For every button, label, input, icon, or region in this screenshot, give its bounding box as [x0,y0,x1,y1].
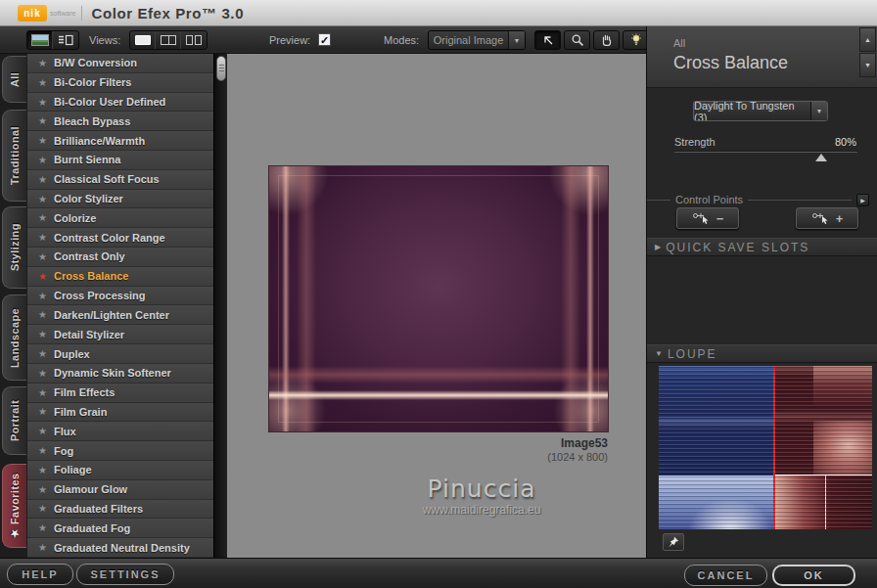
filter-list-item[interactable]: ★ Cross Processing [27,287,213,306]
help-button[interactable]: HELP [7,564,73,585]
modes-dropdown[interactable]: Original Image ▼ [428,30,526,50]
chevron-down-icon[interactable]: ▼ [810,102,827,120]
panel-scroll-down-button[interactable]: ▼ [859,53,876,77]
select-arrow-tool-button[interactable] [534,30,561,50]
favorite-star-icon[interactable]: ★ [38,426,54,436]
favorite-star-icon[interactable]: ★ [38,155,54,165]
favorite-star-icon[interactable]: ★ [38,135,54,146]
filter-list-item[interactable]: ★ Foliage [27,461,213,480]
category-tab[interactable]: ★ All [2,56,26,103]
panel-category-label: All [673,37,685,49]
filter-list-item[interactable]: ★ Duplex [27,344,213,364]
favorite-star-icon[interactable]: ★ [38,503,54,514]
favorite-star-icon[interactable]: ★ [38,309,54,320]
favorite-star-icon[interactable]: ★ [38,77,54,88]
cancel-button[interactable]: CANCEL [684,565,767,586]
filter-list-item[interactable]: ★ Dynamic Skin Softener [27,364,213,384]
loupe-pin-button[interactable] [663,533,684,551]
preview-checkbox[interactable]: ✓ [318,33,331,46]
favorite-star-icon[interactable]: ★ [38,115,54,126]
filter-list-item[interactable]: ★ Detail Stylizer [27,325,213,344]
favorite-star-icon[interactable]: ★ [38,368,54,379]
filter-list-item[interactable]: ★ Brilliance/Warmth [27,131,213,151]
filter-label: Cross Processing [54,290,146,301]
filter-list-item[interactable]: ★ Bleach Bypass [27,112,213,131]
preset-dropdown[interactable]: Daylight To Tungsten (3) ▼ [693,101,828,121]
favorite-star-icon[interactable]: ★ [38,522,54,533]
filter-list-item[interactable]: ★ Colorize [27,208,213,228]
quick-save-slots-header[interactable]: ▶ QUICK SAVE SLOTS [647,238,877,256]
favorite-star-icon[interactable]: ★ [38,387,54,398]
zoom-tool-button[interactable] [564,30,590,50]
filter-list-item[interactable]: ★ Burnt Sienna [27,151,213,170]
favorite-star-icon[interactable]: ★ [38,542,54,553]
list-view-button[interactable] [53,31,78,49]
filter-list-item[interactable]: ★ Darken/Lighten Center [27,305,213,325]
favorite-star-icon[interactable]: ★ [38,445,54,456]
filter-list-item[interactable]: ★ Film Effects [27,384,213,403]
filter-list-item[interactable]: ★ Color Stylizer [27,190,213,209]
loupe-preview[interactable] [659,366,872,529]
favorite-star-icon[interactable]: ★ [38,406,54,417]
filter-list-item[interactable]: ★ Fog [27,441,213,461]
panel-scroll-up-button[interactable]: ▲ [859,27,876,52]
filter-list-item[interactable]: ★ Classical Soft Focus [27,170,213,190]
scrollbar-thumb[interactable] [216,56,226,81]
favorite-star-icon[interactable]: ★ [38,212,54,223]
split-view-button[interactable] [156,31,181,49]
favorite-star-icon[interactable]: ★ [38,329,54,339]
strength-slider[interactable] [674,152,857,163]
category-tab[interactable]: ★ Portrait [2,386,26,455]
single-view-button[interactable] [130,31,156,49]
favorite-star-icon[interactable]: ★ [38,484,54,495]
remove-control-point-button[interactable]: − [676,207,739,229]
filter-list-scrollbar[interactable] [213,54,227,558]
preview-image[interactable] [269,166,608,431]
filter-label: Darken/Lighten Center [54,309,169,321]
loupe-header[interactable]: ▼ LOUPE [647,344,877,363]
watermark-title: Pinuccia [364,475,599,503]
ok-button[interactable]: OK [772,565,855,586]
side-by-side-view-button[interactable] [181,31,207,49]
filter-list-item[interactable]: ★ Bi-Color Filters [27,73,213,93]
favorite-star-icon[interactable]: ★ [38,465,54,475]
add-control-point-button[interactable]: + [796,207,858,229]
favorite-star-icon[interactable]: ★ [38,174,54,185]
strength-slider-marker[interactable] [815,154,827,161]
filter-list-item[interactable]: ★ Glamour Glow [27,480,213,500]
favorite-star-icon[interactable]: ★ [38,271,54,282]
filter-list-item[interactable]: ★ Graduated Filters [27,500,213,520]
image-browser-button[interactable] [27,31,53,49]
filter-list-item[interactable]: ★ Graduated Neutral Density [27,538,213,558]
chevron-down-icon[interactable]: ▼ [508,31,525,49]
filter-list-item[interactable]: ★ Flux [27,422,213,441]
control-points-expander-button[interactable]: ▶ [856,194,869,206]
filter-list-item[interactable]: ★ Cross Balance [27,267,213,287]
filter-list-item[interactable]: ★ Contrast Only [27,248,213,267]
favorite-star-icon[interactable]: ★ [38,348,54,359]
favorite-star-icon[interactable]: ★ [38,251,54,262]
category-tab[interactable]: ★ Landscape [2,294,26,381]
favorite-star-icon[interactable]: ★ [38,194,54,204]
titlebar: nik software Color Efex Pro™ 3.0 [0,0,877,26]
category-tab[interactable]: ★ Favorites [2,464,26,548]
favorite-star-icon[interactable]: ★ [38,58,54,68]
category-tab[interactable]: ★ Stylizing [2,206,26,289]
magnifier-icon [571,33,584,47]
favorite-star-icon[interactable]: ★ [38,291,54,301]
filter-list-item[interactable]: ★ Bi-Color User Defined [27,93,213,113]
settings-button[interactable]: SETTINGS [76,564,174,585]
filter-list-item[interactable]: ★ B/W Conversion [27,54,213,73]
filter-list-item[interactable]: ★ Graduated Fog [27,519,213,538]
filter-list-item[interactable]: ★ Contrast Color Range [27,228,213,248]
favorite-star-icon[interactable]: ★ [38,232,54,243]
favorite-star-icon[interactable]: ★ [38,97,54,108]
filter-list-item[interactable]: ★ Film Grain [27,403,213,423]
nik-logo: nik [18,5,47,22]
collapsed-arrow-icon: ▶ [655,243,661,251]
filter-label: Bi-Color User Defined [54,96,165,108]
lightbulb-tool-button[interactable] [623,30,649,50]
pan-tool-button[interactable] [593,30,620,50]
category-tab[interactable]: ★ Traditional [2,110,26,202]
scroll-down-icon: ▼ [864,62,871,68]
